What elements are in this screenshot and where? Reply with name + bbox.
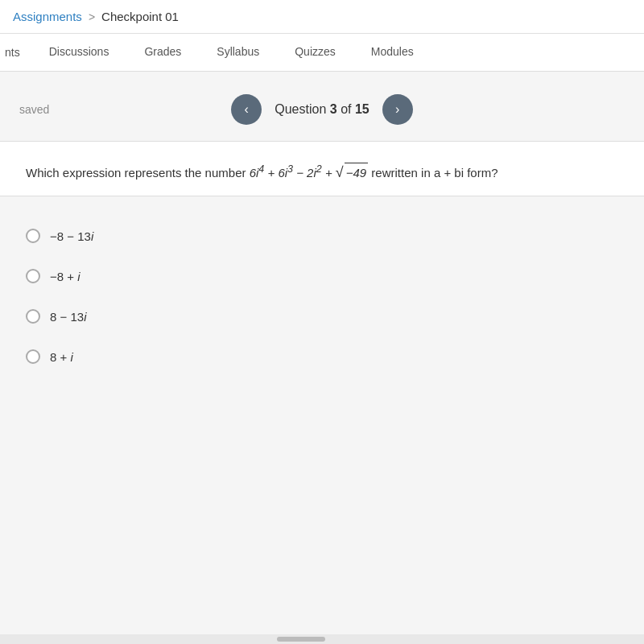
saved-label: saved xyxy=(19,103,49,116)
next-question-button[interactable]: › xyxy=(382,94,413,125)
breadcrumb-assignments-link[interactable]: Assignments xyxy=(13,10,82,23)
answer-option-a[interactable]: −8 − 13i xyxy=(26,216,618,256)
answer-option-c[interactable]: 8 − 13i xyxy=(26,296,618,336)
prev-question-button[interactable]: ‹ xyxy=(231,94,262,125)
breadcrumb-current: Checkpoint 01 xyxy=(101,10,179,23)
radio-c[interactable] xyxy=(26,309,40,324)
tab-nts[interactable]: nts xyxy=(0,35,31,70)
question-nav: ‹ Question 3 of 15 › xyxy=(231,94,412,125)
answers-area: −8 − 13i −8 + i 8 − 13i 8 + i xyxy=(0,196,644,396)
question-text: Which expression represents the number 6… xyxy=(26,161,618,183)
question-counter: Question 3 of 15 xyxy=(275,102,369,117)
answer-label-a: −8 − 13i xyxy=(50,229,93,243)
chevron-left-icon: ‹ xyxy=(245,102,249,117)
tab-modules[interactable]: Modules xyxy=(353,34,431,71)
horizontal-scrollbar[interactable] xyxy=(0,634,644,644)
scrollbar-thumb[interactable] xyxy=(277,637,325,642)
radio-b[interactable] xyxy=(26,269,40,283)
tab-quizzes[interactable]: Quizzes xyxy=(277,34,353,71)
nav-tabs: nts Discussions Grades Syllabus Quizzes … xyxy=(0,34,644,72)
radio-d[interactable] xyxy=(26,349,40,364)
radio-a[interactable] xyxy=(26,229,40,243)
answer-option-d[interactable]: 8 + i xyxy=(26,336,618,377)
answer-option-b[interactable]: −8 + i xyxy=(26,256,618,296)
content-area: saved ‹ Question 3 of 15 › Which express… xyxy=(0,72,644,396)
answer-label-d: 8 + i xyxy=(50,350,73,364)
chevron-right-icon: › xyxy=(395,102,399,117)
tab-grades[interactable]: Grades xyxy=(126,34,199,71)
math-expression: 6i4 + 6i3 − 2i2 + √−49 xyxy=(250,166,369,180)
question-body: Which expression represents the number 6… xyxy=(0,141,644,196)
breadcrumb-bar: Assignments > Checkpoint 01 xyxy=(0,0,644,34)
answer-label-c: 8 − 13i xyxy=(50,310,86,324)
question-nav-row: saved ‹ Question 3 of 15 › xyxy=(0,72,644,141)
answer-label-b: −8 + i xyxy=(50,270,80,283)
tab-discussions[interactable]: Discussions xyxy=(31,34,127,71)
tab-syllabus[interactable]: Syllabus xyxy=(199,34,277,71)
breadcrumb-separator: > xyxy=(89,10,95,23)
